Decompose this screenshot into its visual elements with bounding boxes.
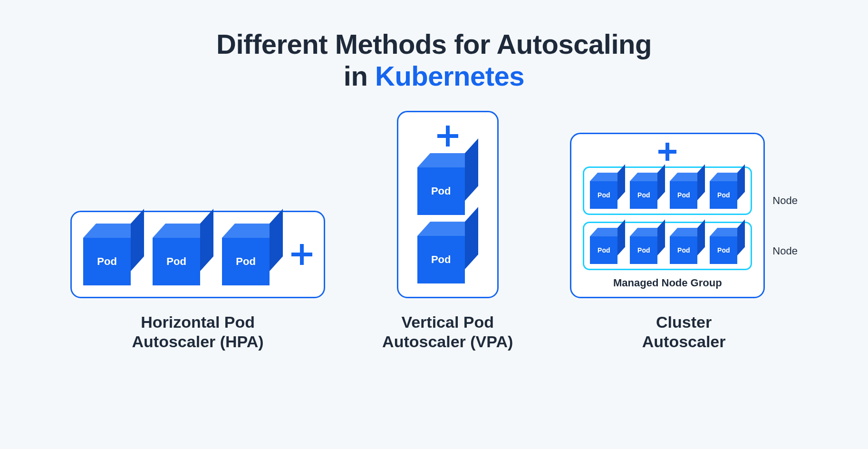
pod-label: Pod <box>83 238 131 285</box>
pod-label: Pod <box>590 236 617 264</box>
pod-label: Pod <box>590 181 617 209</box>
hpa-column: Pod Pod Pod Horizontal Pod Autoscaler (H… <box>70 211 325 351</box>
hpa-caption-line1: Horizontal Pod <box>141 313 255 331</box>
managed-node-group-label: Managed Node Group <box>613 277 722 289</box>
pod-label: Pod <box>670 236 697 264</box>
pod-cube: Pod <box>153 224 213 285</box>
hpa-caption-line2: Autoscaler (HPA) <box>132 332 264 351</box>
vpa-card: Pod Pod <box>397 111 499 298</box>
pod-cube: Pod <box>710 228 745 264</box>
title-line1: Different Methods for Autoscaling <box>216 29 652 59</box>
node-row: Pod Pod Pod Pod <box>583 166 752 215</box>
pod-label: Pod <box>417 167 465 215</box>
pod-cube: Pod <box>590 173 625 209</box>
pod-cube: Pod <box>670 173 705 209</box>
cluster-column: Pod Pod Pod Pod <box>570 133 798 351</box>
diagram-title: Different Methods for Autoscaling in Kub… <box>19 29 849 92</box>
pod-cube: Pod <box>417 222 478 283</box>
pod-label: Pod <box>222 238 270 285</box>
title-accent: Kubernetes <box>375 60 524 91</box>
pod-cube: Pod <box>630 173 665 209</box>
pod-cube: Pod <box>710 173 745 209</box>
hpa-caption: Horizontal Pod Autoscaler (HPA) <box>132 312 264 351</box>
pod-label: Pod <box>670 181 697 209</box>
columns-row: Pod Pod Pod Horizontal Pod Autoscaler (H… <box>19 111 849 351</box>
pod-cube: Pod <box>83 224 144 285</box>
cluster-caption-line2: Autoscaler <box>642 332 726 351</box>
plus-icon <box>658 143 676 161</box>
diagram-canvas: Different Methods for Autoscaling in Kub… <box>0 0 868 449</box>
cluster-card: Pod Pod Pod Pod <box>570 133 765 298</box>
cluster-caption-line1: Cluster <box>656 313 712 331</box>
node-label: Node <box>772 195 798 207</box>
vpa-inner: Pod Pod <box>417 126 478 283</box>
pod-cube: Pod <box>630 228 665 264</box>
node-labels: Node Node <box>772 195 798 257</box>
pod-label: Pod <box>710 181 737 209</box>
vpa-caption-line2: Autoscaler (VPA) <box>382 332 513 351</box>
hpa-inner: Pod Pod Pod <box>83 224 312 285</box>
pod-cube: Pod <box>417 153 478 215</box>
pod-label: Pod <box>153 238 200 285</box>
cluster-caption: Cluster Autoscaler <box>642 312 726 351</box>
hpa-card: Pod Pod Pod <box>70 211 325 298</box>
pod-label: Pod <box>417 236 465 283</box>
plus-icon <box>437 126 458 146</box>
pod-cube: Pod <box>670 228 705 264</box>
pod-cube: Pod <box>590 228 625 264</box>
title-line2-prefix: in <box>344 60 375 91</box>
cluster-wrap: Pod Pod Pod Pod <box>570 133 798 298</box>
pod-label: Pod <box>710 236 737 264</box>
vpa-caption-line1: Vertical Pod <box>401 313 494 331</box>
pod-label: Pod <box>630 236 657 264</box>
plus-icon <box>291 244 312 265</box>
vpa-caption: Vertical Pod Autoscaler (VPA) <box>382 312 513 351</box>
vpa-column: Pod Pod Vertical Pod Autoscaler (VPA) <box>382 111 513 351</box>
pod-cube: Pod <box>222 224 283 285</box>
node-row: Pod Pod Pod Pod <box>583 222 752 270</box>
pod-label: Pod <box>630 181 657 209</box>
node-label: Node <box>772 245 798 257</box>
